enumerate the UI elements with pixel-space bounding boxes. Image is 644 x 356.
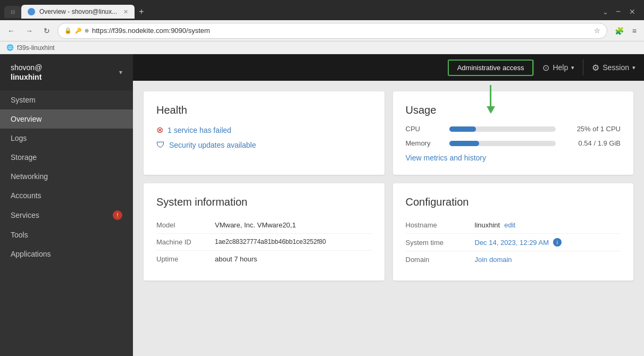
cpu-bar-background — [449, 126, 556, 132]
browser-tab-active[interactable]: Overview - shovon@linux... ✕ — [21, 5, 135, 19]
system-time-link[interactable]: Dec 14, 2023, 12:29 AM — [475, 239, 549, 247]
configuration-card: Configuration Hostname linuxhint edit Sy… — [393, 183, 634, 281]
session-label: Session — [603, 63, 629, 72]
sidebar-item-networking[interactable]: Networking — [0, 167, 133, 186]
machine-id-row: Machine ID 1ae2c88327774a81bb46bb1ce3252… — [156, 234, 372, 251]
close-window-button[interactable]: ✕ — [625, 5, 640, 18]
sidebar-item-system[interactable]: System — [0, 90, 133, 109]
admin-access-button[interactable]: Administrative access — [448, 60, 534, 76]
info-bar-text: f39s-linuxhint — [17, 44, 55, 52]
sidebar-item-services[interactable]: Services ! — [0, 205, 133, 225]
user-menu-chevron-icon: ▾ — [119, 69, 122, 76]
browser-tabs: ⊟ Overview - shovon@linux... ✕ + ⌄ − ✕ — [0, 0, 644, 20]
health-warning-item: 🛡 Security updates available — [156, 140, 372, 150]
topbar: Administrative access ⊙ Help ▾ ⚙ Session… — [133, 54, 644, 81]
cpu-row: CPU 25% of 1 CPU — [406, 125, 621, 133]
menu-button[interactable]: ≡ — [629, 24, 640, 37]
new-tab-button[interactable]: + — [135, 5, 148, 19]
uptime-row: Uptime about 7 hours — [156, 251, 372, 267]
sidebar-item-accounts[interactable]: Accounts — [0, 186, 133, 205]
forward-button[interactable]: → — [22, 24, 36, 37]
sidebar-item-applications[interactable]: Applications — [0, 244, 133, 264]
uptime-label: Uptime — [156, 255, 215, 263]
health-title: Health — [156, 104, 372, 116]
main-content: Health ⊗ 1 service has failed 🛡 Security… — [133, 81, 644, 356]
sidebar-item-label-overview: Overview — [11, 115, 41, 123]
content-area: Health ⊗ 1 service has failed 🛡 Security… — [133, 81, 644, 291]
browser-tab-sidebar: ⊟ — [4, 6, 21, 18]
sidebar-item-label-logs: Logs — [11, 134, 27, 142]
username-line1: shovon@ — [11, 63, 42, 72]
tab-menu-button[interactable]: ⌄ — [599, 6, 612, 18]
hostname-label: Hostname — [406, 221, 475, 229]
arrow-line — [490, 85, 491, 106]
browser-info-bar: 🌐 f39s-linuxhint — [0, 41, 644, 54]
shield-icon: 🛡 — [156, 140, 165, 150]
key-icon: ⊕ — [85, 28, 89, 33]
model-row: Model VMware, Inc. VMware20,1 — [156, 217, 372, 234]
service-failed-link[interactable]: 1 service has failed — [168, 126, 231, 134]
sidebar-item-label-storage: Storage — [11, 153, 37, 162]
minimize-button[interactable]: − — [612, 5, 625, 19]
browser-toolbar: ← → ↻ 🔒 🔑 ⊕ https://f39s.nodekite.com:90… — [0, 20, 644, 41]
sidebar-item-storage[interactable]: Storage — [0, 148, 133, 167]
sidebar-item-label-services: Services — [11, 211, 39, 219]
domain-value: Join domain — [475, 256, 512, 264]
configuration-title: Configuration — [406, 196, 621, 208]
sidebar-item-logs[interactable]: Logs — [0, 129, 133, 148]
cpu-label: CPU — [406, 125, 443, 133]
tab-favicon — [28, 8, 35, 15]
app-container: shovon@ linuxhint ▾ System Overview Logs… — [0, 54, 644, 356]
memory-label: Memory — [406, 139, 443, 147]
hostname-edit-link[interactable]: edit — [504, 221, 515, 229]
model-value: VMware, Inc. VMware20,1 — [215, 221, 296, 229]
security-updates-link[interactable]: Security updates available — [169, 141, 256, 149]
arrow-head — [487, 106, 495, 114]
globe-icon: 🌐 — [6, 44, 14, 51]
main-area: Administrative access ⊙ Help ▾ ⚙ Session… — [133, 54, 644, 356]
memory-bar-fill — [449, 141, 479, 146]
gear-icon: ⚙ — [592, 63, 599, 73]
machine-id-label: Machine ID — [156, 238, 215, 246]
services-badge: ! — [113, 210, 122, 220]
usage-card: Usage CPU 25% of 1 CPU Memory 0.54 / — [393, 91, 634, 175]
back-button[interactable]: ← — [4, 24, 18, 37]
sidebar-item-label-applications: Applications — [11, 250, 51, 258]
cert-icon: 🔑 — [75, 28, 81, 33]
refresh-button[interactable]: ↻ — [40, 24, 53, 37]
health-error-item: ⊗ 1 service has failed — [156, 125, 372, 135]
help-button[interactable]: ⊙ Help ▾ — [534, 63, 583, 73]
sidebar-item-tools[interactable]: Tools — [0, 225, 133, 244]
tab-sidebar-icon: ⊟ — [11, 9, 15, 15]
username-line2: linuxhint — [11, 72, 42, 82]
join-domain-link[interactable]: Join domain — [475, 256, 512, 264]
health-card: Health ⊗ 1 service has failed 🛡 Security… — [144, 91, 384, 175]
uptime-value: about 7 hours — [215, 255, 257, 263]
extensions-button[interactable]: 🧩 — [612, 24, 627, 37]
sidebar-item-label-tools: Tools — [11, 231, 28, 239]
domain-row: Domain Join domain — [406, 251, 621, 268]
help-circle-icon: ⊙ — [542, 63, 549, 73]
sidebar-user[interactable]: shovon@ linuxhint ▾ — [0, 54, 133, 90]
browser-chrome: ⊟ Overview - shovon@linux... ✕ + ⌄ − ✕ ←… — [0, 0, 644, 54]
bookmark-icon[interactable]: ☆ — [594, 27, 600, 35]
view-metrics-link[interactable]: View metrics and history — [406, 154, 621, 162]
model-label: Model — [156, 221, 215, 229]
tab-close-button[interactable]: ✕ — [123, 9, 128, 15]
session-button[interactable]: ⚙ Session ▾ — [583, 63, 644, 73]
sidebar-item-overview[interactable]: Overview — [0, 109, 133, 129]
sidebar-item-label-system: System — [11, 96, 36, 104]
tab-title: Overview - shovon@linux... — [39, 8, 117, 15]
time-info-icon[interactable]: i — [553, 238, 562, 247]
sidebar-username: shovon@ linuxhint — [11, 63, 42, 82]
system-info-card: System information Model VMware, Inc. VM… — [144, 183, 384, 281]
cpu-value: 25% of 1 CPU — [562, 125, 621, 133]
memory-bar-background — [449, 141, 556, 146]
error-circle-icon: ⊗ — [156, 125, 163, 135]
sidebar-item-label-networking: Networking — [11, 172, 48, 181]
lock-icon: 🔒 — [64, 27, 72, 34]
address-bar[interactable]: 🔒 🔑 ⊕ https://f39s.nodekite.com:9090/sys… — [57, 23, 607, 39]
machine-id-value: 1ae2c88327774a81bb46bb1ce3252f80 — [215, 238, 326, 246]
domain-label: Domain — [406, 256, 475, 264]
memory-value: 0.54 / 1.9 GiB — [562, 139, 621, 147]
